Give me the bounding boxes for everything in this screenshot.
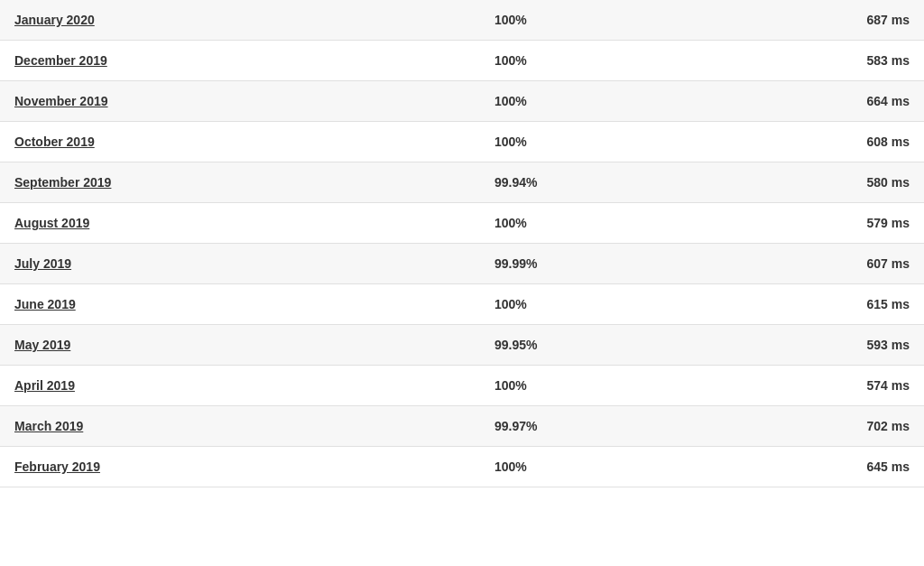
month-link[interactable]: October 2019 bbox=[14, 135, 95, 149]
table-row: October 2019100%608 ms bbox=[0, 122, 924, 162]
month-link[interactable]: December 2019 bbox=[14, 53, 107, 68]
month-link[interactable]: November 2019 bbox=[14, 94, 108, 108]
uptime-value: 100% bbox=[494, 13, 729, 27]
month-column: May 2019 bbox=[14, 338, 494, 352]
response-time-value: 583 ms bbox=[729, 53, 910, 68]
table-row: August 2019100%579 ms bbox=[0, 203, 924, 244]
table-row: September 201999.94%580 ms bbox=[0, 162, 924, 203]
uptime-value: 100% bbox=[494, 216, 729, 230]
response-time-value: 615 ms bbox=[729, 297, 910, 311]
uptime-value: 99.97% bbox=[494, 419, 729, 433]
month-column: November 2019 bbox=[14, 94, 494, 108]
month-link[interactable]: April 2019 bbox=[14, 378, 75, 393]
month-column: August 2019 bbox=[14, 216, 494, 230]
response-time-value: 580 ms bbox=[729, 175, 910, 190]
uptime-value: 100% bbox=[494, 297, 729, 311]
response-time-value: 574 ms bbox=[729, 378, 910, 393]
response-time-value: 608 ms bbox=[729, 135, 910, 149]
uptime-table: January 2020100%687 msDecember 2019100%5… bbox=[0, 0, 924, 566]
uptime-value: 100% bbox=[494, 53, 729, 68]
table-row: November 2019100%664 ms bbox=[0, 81, 924, 122]
month-column: February 2019 bbox=[14, 459, 494, 474]
month-link[interactable]: February 2019 bbox=[14, 459, 100, 474]
table-row: December 2019100%583 ms bbox=[0, 41, 924, 81]
response-time-value: 593 ms bbox=[729, 338, 910, 352]
table-row: July 201999.99%607 ms bbox=[0, 244, 924, 284]
month-column: June 2019 bbox=[14, 297, 494, 311]
month-column: October 2019 bbox=[14, 135, 494, 149]
month-link[interactable]: September 2019 bbox=[14, 175, 111, 190]
response-time-value: 645 ms bbox=[729, 459, 910, 474]
month-column: July 2019 bbox=[14, 256, 494, 271]
table-row: February 2019100%645 ms bbox=[0, 447, 924, 487]
response-time-value: 687 ms bbox=[729, 13, 910, 27]
month-column: April 2019 bbox=[14, 378, 494, 393]
uptime-value: 100% bbox=[494, 459, 729, 474]
table-row: April 2019100%574 ms bbox=[0, 366, 924, 406]
table-row: March 201999.97%702 ms bbox=[0, 406, 924, 447]
month-column: September 2019 bbox=[14, 175, 494, 190]
month-column: January 2020 bbox=[14, 13, 494, 27]
response-time-value: 607 ms bbox=[729, 256, 910, 271]
month-column: March 2019 bbox=[14, 419, 494, 433]
response-time-value: 664 ms bbox=[729, 94, 910, 108]
uptime-value: 100% bbox=[494, 94, 729, 108]
uptime-value: 100% bbox=[494, 378, 729, 393]
month-link[interactable]: July 2019 bbox=[14, 256, 71, 271]
month-link[interactable]: May 2019 bbox=[14, 338, 70, 352]
table-row: June 2019100%615 ms bbox=[0, 284, 924, 325]
uptime-value: 99.99% bbox=[494, 256, 729, 271]
response-time-value: 579 ms bbox=[729, 216, 910, 230]
month-link[interactable]: June 2019 bbox=[14, 297, 76, 311]
table-row: January 2020100%687 ms bbox=[0, 0, 924, 41]
table-row: May 201999.95%593 ms bbox=[0, 325, 924, 366]
uptime-value: 99.94% bbox=[494, 175, 729, 190]
response-time-value: 702 ms bbox=[729, 419, 910, 433]
uptime-value: 99.95% bbox=[494, 338, 729, 352]
month-link[interactable]: August 2019 bbox=[14, 216, 89, 230]
month-column: December 2019 bbox=[14, 53, 494, 68]
uptime-value: 100% bbox=[494, 135, 729, 149]
month-link[interactable]: March 2019 bbox=[14, 419, 83, 433]
month-link[interactable]: January 2020 bbox=[14, 13, 95, 27]
